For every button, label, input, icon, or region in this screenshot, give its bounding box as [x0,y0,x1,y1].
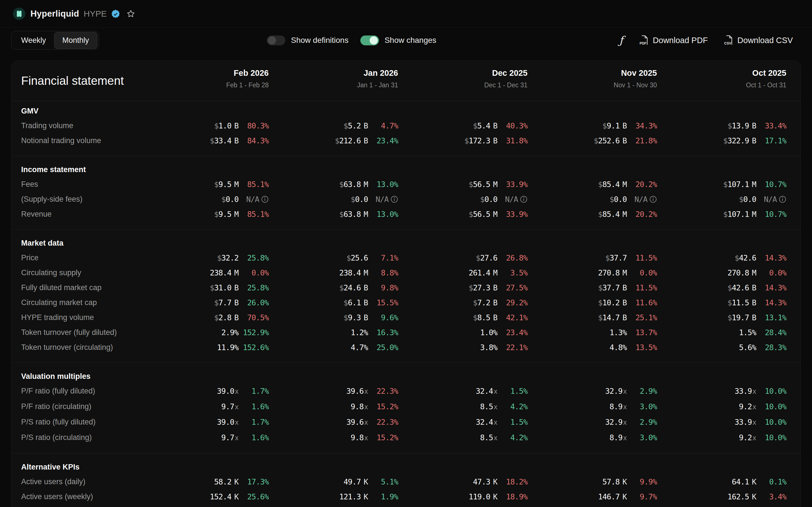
weekly-tab[interactable]: Weekly [13,32,54,49]
metric-cell: 238.4M8.8% [269,265,398,280]
unit-suffix: B [752,136,756,145]
change-cell: 5.1% [368,474,398,489]
metric-value: $5.4B [473,118,497,133]
metric-cell: 8.9x3.0% [527,430,657,446]
change-cell: 25.1% [627,310,657,325]
currency-symbol: $ [214,210,218,219]
info-icon[interactable] [649,195,657,203]
metric-cell: 121.3K1.9% [269,489,398,504]
currency-symbol: $ [473,298,477,307]
metric-value: 32.4x [476,384,497,399]
currency-symbol: $ [727,313,732,322]
currency-symbol: $ [210,136,214,145]
metric-value: $107.1M [723,207,756,222]
metric-cell: 57.8K9.9% [527,474,657,489]
unit-suffix: B [234,121,239,130]
metric-cell: $24.6B9.8% [269,280,398,295]
monthly-tab[interactable]: Monthly [54,32,97,49]
download-pdf-button[interactable]: PDF Download PDF [640,35,708,45]
metric-cell: $9.1B34.3% [527,118,657,133]
metric-value: $322.9B [723,133,756,148]
download-csv-button[interactable]: CSV Download CSV [724,35,793,45]
show-definitions-toggle[interactable] [267,36,285,45]
metric-value: 238.4M [210,265,239,280]
row-label: HYPE trading volume [21,310,139,325]
metric-cell: 270.8M0.0% [527,265,657,280]
info-icon[interactable] [779,195,786,203]
unit-suffix: K [493,477,497,486]
table-row: Circulating supply238.4M0.0%238.4M8.8%26… [11,265,801,280]
metric-cell: 346.4K0.4% [657,504,786,507]
unit-suffix: B [364,121,368,130]
change-cell: 11.5% [627,280,657,295]
multiple-suffix: x [494,434,497,442]
metric-value: 1.3% [610,325,627,340]
change-cell: 152.6% [239,340,269,355]
change-cell: N/A [627,192,657,207]
metric-value: $172.3B [464,133,497,148]
metric-cell: 47.3K18.2% [398,474,527,489]
currency-symbol: $ [598,180,602,189]
metric-cell: $27.626.8% [398,250,527,265]
metric-value: $27.6 [476,250,497,265]
change-cell: 23.4% [368,133,398,148]
metric-value: 49.7K [343,474,368,489]
currency-symbol: $ [351,195,355,204]
currency-symbol: $ [339,180,343,189]
metric-value: 4.7% [351,340,368,355]
period-segmented-control: Weekly Monthly [11,31,99,50]
metric-value: 8.9x [610,430,627,446]
change-cell: 152.9% [239,325,269,340]
show-definitions-label: Show definitions [291,36,349,45]
metric-cell: 1.3%13.7% [527,325,657,340]
table-row: Active users (daily)58.2K17.3%49.7K5.1%4… [11,474,801,489]
info-icon[interactable] [391,195,398,203]
show-changes-toggle[interactable] [360,36,379,45]
change-cell: 7.1% [368,250,398,265]
currency-symbol: $ [469,283,473,292]
table-section: Income statementFees$9.5M85.1%$63.8M13.0… [11,156,801,230]
row-label: Token turnover (circulating) [21,340,139,355]
change-cell: 9.6% [368,310,398,325]
formula-button[interactable]: ƒ [619,35,623,46]
info-icon[interactable] [261,195,269,203]
table-section: GMVTrading volume$1.0B80.3%$5.2B4.7%$5.4… [11,101,801,156]
metric-value: $56.5M [469,207,497,222]
currency-symbol: $ [210,283,214,292]
app-ticker: HYPE [84,9,107,18]
svg-text:CSV: CSV [724,41,732,45]
change-cell: 70.5% [239,310,269,325]
metric-value: $37.7B [598,280,627,295]
favorite-star-icon[interactable] [126,9,135,18]
multiple-suffix: x [623,403,627,411]
column-header: Jan 2026Jan 1 - Jan 31 [269,61,398,89]
currency-symbol: $ [339,283,343,292]
metric-cell: 32.4x1.5% [398,414,527,430]
change-cell: 2.9% [627,414,657,430]
metric-cell: $0.0N/A [269,192,398,207]
unit-suffix: B [493,298,497,307]
info-icon[interactable] [520,195,527,203]
multiple-suffix: x [235,388,239,395]
unit-suffix: B [622,313,627,322]
metric-cell: 64.1K0.1% [657,474,786,489]
currency-symbol: $ [594,136,598,145]
multiple-suffix: x [364,418,368,427]
row-label: Active users (weekly) [21,489,139,504]
metric-cell: 4.7%25.0% [269,340,398,355]
section-heading: Income statement [21,162,139,177]
metric-value: 5.6% [739,340,756,355]
metric-value: $56.5M [469,177,497,192]
metric-value: 1.5% [739,325,756,340]
change-cell: 1.7% [239,414,269,430]
unit-suffix: M [493,269,497,277]
table-row: Token turnover (circulating)11.9%152.6%4… [11,340,801,355]
currency-symbol: $ [214,298,218,307]
change-cell: 42.1% [497,310,527,325]
column-header: Feb 2026Feb 1 - Feb 28 [139,61,269,89]
change-cell: 84.3% [239,133,269,148]
metric-value: 4.8% [610,340,627,355]
metric-cell: 39.0x1.7% [139,414,269,430]
metric-cell: $10.2B11.6% [527,295,657,310]
multiple-suffix: x [753,434,756,442]
